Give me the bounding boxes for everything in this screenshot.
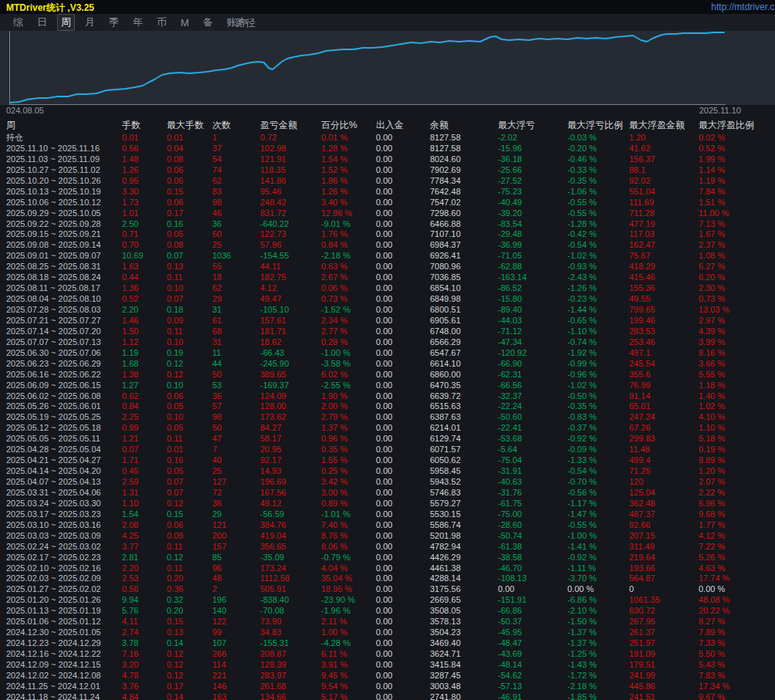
value-cell-8: -1.11 %: [567, 563, 629, 574]
value-cell-7: -75.04: [498, 455, 567, 466]
table-row-33[interactable]: 2025.03.31 ~ 2025.04.061.310.0772167.563…: [0, 488, 775, 499]
table-row-24[interactable]: 2025.06.02 ~ 2025.06.080.620.0636124.091…: [0, 391, 775, 402]
value-cell-10: 5.55 %: [699, 370, 769, 380]
menu-tab-2[interactable]: 周: [57, 14, 75, 31]
value-cell-9: 0: [629, 584, 699, 595]
table-row-6[interactable]: 2025.10.06 ~ 2025.10.121.730.0698248.423…: [0, 198, 775, 208]
period-cell: 2025.06.23 ~ 2025.06.29: [0, 359, 122, 370]
table-row-42[interactable]: 2025.01.27 ~ 2025.02.020.560.362505.9118…: [0, 584, 775, 595]
period-cell: 2025.09.29 ~ 2025.10.05: [0, 208, 122, 219]
table-row-46[interactable]: 2024.12.30 ~ 2025.01.052.740.139934.831.…: [0, 627, 775, 638]
table-row-51[interactable]: 2024.11.25 ~ 2024.12.013.760.17146261.68…: [0, 681, 775, 692]
value-cell-8: -0.33 %: [567, 165, 629, 176]
table-row-30[interactable]: 2025.04.21 ~ 2025.04.271.710.164092.171.…: [0, 455, 775, 466]
table-row-4[interactable]: 2025.10.20 ~ 2025.10.260.950.0662141.861…: [0, 176, 775, 187]
value-cell-6: 3578.13: [430, 617, 498, 627]
value-cell-9: 499.4: [629, 455, 699, 466]
table-row-48[interactable]: 2024.12.16 ~ 2024.12.227.160.12266208.87…: [0, 649, 775, 660]
table-row-37[interactable]: 2025.03.03 ~ 2025.03.094.250.09200419.04…: [0, 531, 775, 542]
table-row-49[interactable]: 2024.12.09 ~ 2024.12.153.200.12114128.39…: [0, 660, 775, 671]
app-url-link[interactable]: http://mtdriver.cn: [711, 2, 775, 12]
value-cell-4: 1.37 %: [321, 423, 376, 434]
table-row-31[interactable]: 2025.04.14 ~ 2025.04.200.450.052514.930.…: [0, 466, 775, 477]
table-row-13[interactable]: 2025.08.18 ~ 2025.08.240.440.1118182.752…: [0, 272, 775, 283]
table-row-11[interactable]: 2025.09.01 ~ 2025.09.0710.690.071036-154…: [0, 251, 775, 262]
table-row-7[interactable]: 2025.09.29 ~ 2025.10.051.010.1746831.721…: [0, 208, 775, 219]
period-cell: 2025.11.10 ~ 2025.11.16: [0, 144, 122, 154]
table-row-38[interactable]: 2025.02.24 ~ 2025.03.023.770.11157356.65…: [0, 542, 775, 553]
table-row-8[interactable]: 2025.09.22 ~ 2025.09.282.500.1636-640.22…: [0, 219, 775, 230]
table-row-12[interactable]: 2025.08.25 ~ 2025.08.311.630.135544.110.…: [0, 262, 775, 272]
value-cell-4: 3.91 %: [321, 660, 376, 671]
menu-item-path[interactable]: 路径: [235, 16, 256, 30]
menu-tab-5[interactable]: 年: [129, 14, 147, 31]
value-cell-6: 5579.27: [430, 499, 498, 509]
value-cell-10: 1.18 %: [699, 380, 769, 391]
value-cell-7: -71.05: [498, 251, 567, 262]
value-cell-1: 0.10: [167, 412, 212, 423]
value-cell-5: 0.00: [376, 627, 430, 638]
table-row-22[interactable]: 2025.06.16 ~ 2025.06.221.380.1250389.656…: [0, 370, 775, 380]
menu-tab-0[interactable]: 综: [9, 14, 27, 31]
menu-tab-1[interactable]: 日: [33, 14, 51, 31]
table-row-18[interactable]: 2025.07.14 ~ 2025.07.201.500.1168181.712…: [0, 326, 775, 337]
value-cell-2: 25: [212, 240, 260, 251]
value-cell-7: -47.34: [498, 337, 567, 348]
value-cell-3: 157.61: [260, 316, 321, 326]
table-row-29[interactable]: 2025.04.28 ~ 2025.05.040.070.01720.950.3…: [0, 445, 775, 455]
value-cell-1: 0.14: [167, 692, 212, 700]
table-row-50[interactable]: 2024.12.02 ~ 2024.12.084.780.12221283.97…: [0, 671, 775, 681]
table-row-9[interactable]: 2025.09.15 ~ 2025.09.210.710.0560122.731…: [0, 229, 775, 240]
header-cell-4: 盈亏金额: [260, 119, 321, 132]
table-row-28[interactable]: 2025.05.05 ~ 2025.05.111.210.114758.170.…: [0, 434, 775, 445]
table-row-5[interactable]: 2025.10.13 ~ 2025.10.193.300.158395.461.…: [0, 187, 775, 198]
menu-tab-6[interactable]: 币: [153, 14, 171, 31]
table-row-15[interactable]: 2025.08.04 ~ 2025.08.100.520.072949.470.…: [0, 294, 775, 305]
value-cell-4: 9.54 %: [321, 681, 376, 692]
menu-tab-7[interactable]: M: [177, 15, 193, 30]
value-cell-8: -0.09 %: [567, 445, 629, 455]
table-row-14[interactable]: 2025.08.11 ~ 2025.08.171.360.10624.120.0…: [0, 283, 775, 294]
value-cell-3: -155.31: [260, 638, 321, 649]
table-row-40[interactable]: 2025.02.10 ~ 2025.02.162.200.1196173.244…: [0, 563, 775, 574]
value-cell-2: 121: [212, 520, 260, 531]
table-row-44[interactable]: 2025.01.13 ~ 2025.01.195.760.20140-70.08…: [0, 606, 775, 617]
value-cell-1: 0.05: [167, 229, 212, 240]
table-row-20[interactable]: 2025.06.30 ~ 2025.07.061.190.1911-66.43-…: [0, 348, 775, 359]
menu-tab-3[interactable]: 月: [81, 14, 99, 31]
table-row-10[interactable]: 2025.09.08 ~ 2025.09.140.700.082557.960.…: [0, 240, 775, 251]
menu-tab-4[interactable]: 季: [105, 14, 123, 31]
table-row-26[interactable]: 2025.05.19 ~ 2025.05.252.250.1098173.622…: [0, 412, 775, 423]
table-row-16[interactable]: 2025.07.28 ~ 2025.08.032.200.1831-105.10…: [0, 305, 775, 316]
value-cell-8: -1.02 %: [567, 380, 629, 391]
table-row-36[interactable]: 2025.03.10 ~ 2025.03.162.080.06121384.76…: [0, 520, 775, 531]
value-cell-3: 118.35: [260, 165, 321, 176]
value-cell-6: 6214.01: [430, 423, 498, 434]
table-row-41[interactable]: 2025.02.03 ~ 2025.02.092.530.20481112.58…: [0, 573, 775, 584]
table-row-23[interactable]: 2025.06.09 ~ 2025.06.151.270.1053-169.37…: [0, 380, 775, 391]
table-row-25[interactable]: 2025.05.26 ~ 2025.06.010.840.0557128.002…: [0, 401, 775, 412]
table-row-3[interactable]: 2025.10.27 ~ 2025.11.021.260.0674118.351…: [0, 165, 775, 176]
table-row-27[interactable]: 2025.05.12 ~ 2025.05.180.990.055084.271.…: [0, 423, 775, 434]
table-row-45[interactable]: 2025.01.06 ~ 2025.01.124.110.1512273.902…: [0, 617, 775, 627]
table-row-47[interactable]: 2024.12.23 ~ 2024.12.293.780.14107-155.3…: [0, 638, 775, 649]
table-row-39[interactable]: 2025.02.17 ~ 2025.02.232.810.1285-35.09-…: [0, 553, 775, 563]
value-cell-0: 0.84: [122, 401, 167, 412]
table-row-52[interactable]: 2024.11.18 ~ 2024.11.244.840.14163134.66…: [0, 692, 775, 700]
table-row-1[interactable]: 2025.11.10 ~ 2025.11.160.560.0437102.981…: [0, 144, 775, 154]
table-row-0[interactable]: 持仓0.010.0110.720.01 %0.008127.58-2.02-0.…: [0, 133, 775, 144]
table-row-2[interactable]: 2025.11.03 ~ 2025.11.091.480.0854121.911…: [0, 154, 775, 165]
value-cell-0: 1.48: [122, 154, 167, 165]
table-row-35[interactable]: 2025.03.17 ~ 2025.03.231.540.1529-56.59-…: [0, 509, 775, 520]
table-row-34[interactable]: 2025.03.24 ~ 2025.03.301.100.123649.120.…: [0, 499, 775, 509]
value-cell-2: 36: [212, 391, 260, 402]
table-row-17[interactable]: 2025.07.21 ~ 2025.07.271.460.0961157.612…: [0, 316, 775, 326]
table-row-43[interactable]: 2025.01.20 ~ 2025.01.269.940.32196-838.4…: [0, 595, 775, 606]
table-row-19[interactable]: 2025.07.07 ~ 2025.07.131.120.103118.620.…: [0, 337, 775, 348]
table-row-21[interactable]: 2025.06.23 ~ 2025.06.291.680.1244-245.90…: [0, 359, 775, 370]
value-cell-4: 6.02 %: [321, 370, 376, 380]
value-cell-5: 0.00: [376, 154, 430, 165]
table-row-32[interactable]: 2025.04.07 ~ 2025.04.132.590.07127196.69…: [0, 477, 775, 488]
value-cell-3: 419.04: [260, 531, 321, 542]
menu-tab-8[interactable]: 备: [199, 14, 217, 31]
